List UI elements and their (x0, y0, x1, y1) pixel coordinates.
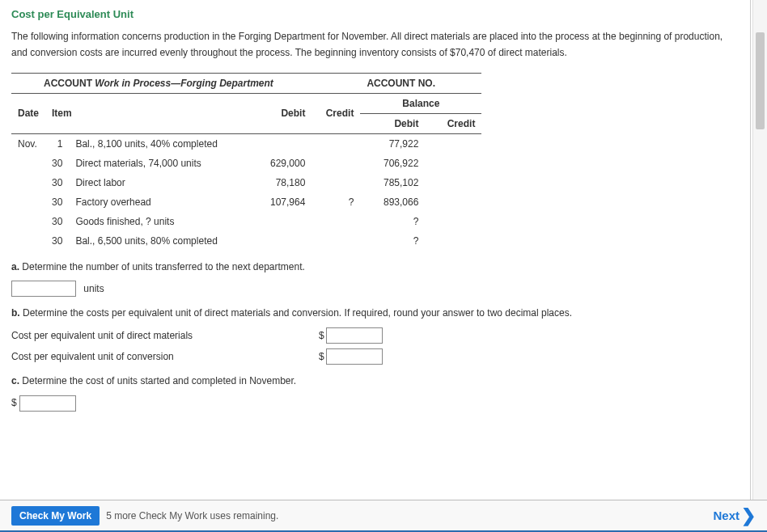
col-credit: Credit (311, 93, 360, 133)
col-date: Date (11, 93, 45, 133)
table-row: 30Direct materials, 74,000 units629,0007… (11, 154, 481, 173)
cell-bal-credit (425, 173, 481, 192)
account-name: Work in Process—Forging Department (95, 78, 273, 89)
units-label: units (83, 283, 104, 294)
cell-debit: 78,180 (247, 173, 311, 192)
cell-bal-debit: ? (360, 212, 425, 231)
cell-debit (247, 212, 311, 231)
cell-bal-debit: 893,066 (360, 192, 425, 212)
part-b: b. Determine the costs per equivalent un… (11, 305, 739, 323)
part-b-label: b. (11, 307, 20, 319)
check-my-work-button[interactable]: Check My Work (11, 506, 100, 526)
cell-day: 30 (45, 192, 69, 212)
cell-day: 30 (45, 154, 69, 173)
part-c: c. Determine the cost of units started a… (11, 373, 739, 391)
col-bal-credit: Credit (425, 113, 481, 133)
cell-debit: 629,000 (247, 154, 311, 173)
cell-item: Direct materials, 74,000 units (69, 154, 247, 173)
cell-bal-debit: 706,922 (360, 154, 425, 173)
cell-bal-debit: 77,922 (360, 133, 425, 154)
cell-bal-credit (425, 133, 481, 154)
dollar-sign: $ (319, 330, 324, 341)
cell-bal-credit (425, 154, 481, 173)
cell-item: Direct labor (69, 173, 247, 192)
cell-day: 30 (45, 173, 69, 192)
cell-date (11, 173, 45, 192)
cell-debit (247, 133, 311, 154)
uses-remaining-text: 5 more Check My Work uses remaining. (106, 510, 278, 521)
part-a-answer-row: units (11, 281, 739, 297)
table-row: 30Bal., 6,500 units, 80% completed? (11, 231, 481, 251)
cell-item: Goods finished, ? units (69, 212, 247, 231)
next-label: Next (713, 509, 739, 522)
cell-item: Factory overhead (69, 192, 247, 212)
page-title: Cost per Equivalent Unit (11, 8, 739, 20)
cell-bal-debit: ? (360, 231, 425, 251)
cell-date (11, 192, 45, 212)
cell-day: 30 (45, 231, 69, 251)
cell-debit: 107,964 (247, 192, 311, 212)
table-row: Nov.1Bal., 8,100 units, 40% completed77,… (11, 133, 481, 154)
part-b-text: Determine the costs per equivalent unit … (20, 307, 572, 319)
col-debit: Debit (247, 93, 311, 133)
dollar-sign: $ (11, 397, 17, 408)
cell-credit (311, 154, 360, 173)
cell-credit (311, 173, 360, 192)
cell-date: Nov. (11, 133, 45, 154)
part-a-text: Determine the number of units transferre… (19, 261, 305, 272)
account-label: ACCOUNT (44, 78, 92, 89)
cell-day: 30 (45, 212, 69, 231)
cell-debit (247, 231, 311, 251)
cell-bal-credit (425, 212, 481, 231)
next-button[interactable]: Next ❯ (713, 507, 756, 525)
cell-day: 1 (45, 133, 69, 154)
account-no-label: ACCOUNT NO. (367, 78, 435, 89)
cell-date (11, 154, 45, 173)
table-row: 30Goods finished, ? units? (11, 212, 481, 231)
dollar-sign: $ (319, 351, 324, 362)
col-item: Item (45, 93, 247, 133)
conv-cost-input[interactable] (326, 348, 383, 365)
col-bal-debit: Debit (360, 113, 425, 133)
part-c-text: Determine the cost of units started and … (19, 375, 296, 386)
col-balance: Balance (360, 93, 481, 113)
part-c-label: c. (11, 375, 19, 386)
part-a: a. Determine the number of units transfe… (11, 259, 739, 277)
conv-cost-label: Cost per equivalent unit of conversion (11, 351, 319, 362)
intro-text: The following information concerns produ… (11, 28, 739, 61)
dm-cost-label: Cost per equivalent unit of direct mater… (11, 330, 319, 341)
cell-credit (311, 212, 360, 231)
part-b-rows: Cost per equivalent unit of direct mater… (11, 327, 739, 365)
part-a-label: a. (11, 261, 19, 272)
cell-credit (311, 133, 360, 154)
chevron-right-icon: ❯ (741, 507, 756, 525)
started-completed-input[interactable] (19, 395, 76, 412)
content-area: Cost per Equivalent Unit The following i… (0, 0, 751, 500)
scrollbar[interactable] (752, 0, 767, 500)
part-c-answer-row: $ (11, 395, 739, 412)
account-table: ACCOUNT Work in Process—Forging Departme… (11, 73, 481, 251)
cell-bal-debit: 785,102 (360, 173, 425, 192)
table-row: 30Direct labor78,180785,102 (11, 173, 481, 192)
cell-date (11, 231, 45, 251)
dm-cost-input[interactable] (326, 327, 383, 344)
cell-date (11, 212, 45, 231)
units-input[interactable] (11, 281, 76, 297)
cell-bal-credit (425, 192, 481, 212)
bottom-bar: Check My Work 5 more Check My Work uses … (0, 500, 767, 532)
cell-item: Bal., 6,500 units, 80% completed (69, 231, 247, 251)
cell-credit (311, 231, 360, 251)
table-row: 30Factory overhead107,964?893,066 (11, 192, 481, 212)
cell-item: Bal., 8,100 units, 40% completed (69, 133, 247, 154)
cell-bal-credit (425, 231, 481, 251)
cell-credit: ? (311, 192, 360, 212)
